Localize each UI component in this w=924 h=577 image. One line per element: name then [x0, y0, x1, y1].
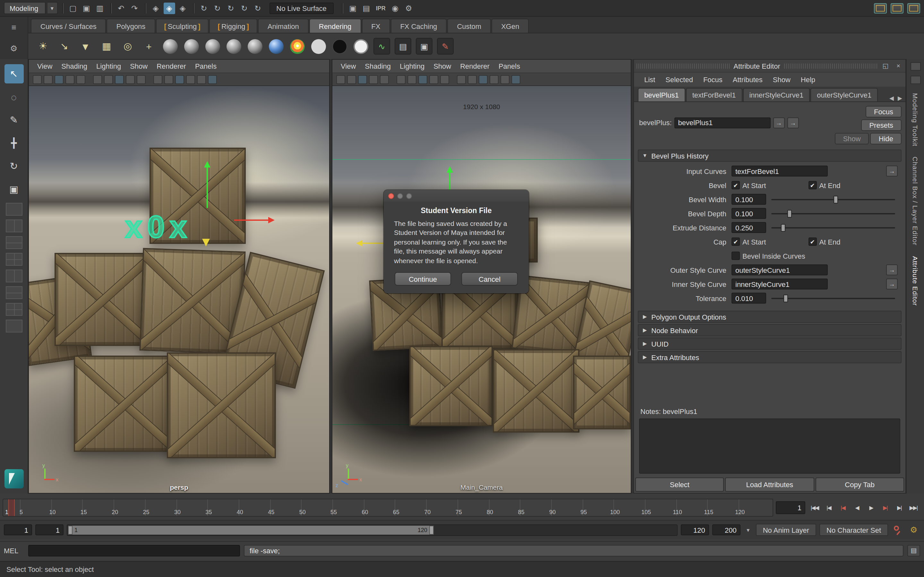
paint-effects-icon[interactable]: ✎ — [437, 38, 454, 55]
viewport-toolbar-icon[interactable] — [186, 75, 195, 84]
viewport-toolbar-icon[interactable] — [358, 75, 367, 84]
cap-at-end-checkbox[interactable]: ✔ — [808, 237, 816, 246]
make-live-icon[interactable]: ↻ — [238, 2, 250, 14]
connection-icon[interactable]: → — [886, 264, 898, 276]
select-tool-icon[interactable]: ↖ — [4, 64, 23, 84]
slider-thumb[interactable] — [787, 210, 792, 217]
paint-select-tool-icon[interactable]: ✎ — [4, 110, 23, 130]
ramp-shader-icon[interactable] — [289, 38, 306, 55]
playback-range-bar[interactable]: 1 120 — [68, 525, 434, 534]
close-window-icon[interactable] — [388, 193, 394, 199]
animation-start-field[interactable]: 1 — [4, 524, 32, 535]
viewport-toolbar-icon[interactable] — [43, 75, 53, 84]
slider-thumb[interactable] — [784, 294, 788, 302]
shelf-tab[interactable]: FX Caching — [390, 19, 447, 33]
transport-button[interactable]: ▶ — [864, 501, 878, 514]
render-view-icon[interactable]: ▣ — [416, 38, 433, 55]
transport-button[interactable]: ◀ — [850, 501, 864, 514]
move-manipulator-x-arrow[interactable] — [234, 219, 271, 221]
bevel-width-slider[interactable] — [771, 195, 895, 204]
viewport-menu-item[interactable]: Renderer — [456, 62, 494, 70]
shelf-tab[interactable]: [ Sculpting ] — [156, 19, 209, 33]
scale-tool-icon[interactable]: ▣ — [4, 180, 23, 199]
standard-surface-icon[interactable] — [162, 38, 179, 55]
viewport-menu-item[interactable]: View — [336, 62, 360, 70]
transport-button[interactable]: ▶| — [879, 501, 892, 514]
range-handle-left[interactable] — [68, 525, 72, 534]
undock-icon[interactable]: ◱ — [881, 62, 890, 69]
panel-header[interactable]: Attribute Editor ◱ × — [634, 60, 905, 73]
script-editor-icon[interactable]: ▤ — [907, 545, 920, 556]
layout-preset-2-button[interactable] — [891, 3, 903, 13]
layout-shortcut-two-horizontal[interactable] — [5, 236, 22, 249]
move-manipulator-y-arrow[interactable] — [207, 164, 208, 208]
shelf-tab[interactable]: FX — [362, 19, 390, 33]
layout-shortcut-split-left[interactable] — [5, 269, 22, 282]
lambert-shader-icon[interactable] — [225, 38, 242, 55]
extrude-distance-slider[interactable] — [771, 223, 895, 232]
construction-history-icon[interactable]: ↻ — [252, 2, 263, 14]
hide-button[interactable]: Hide — [871, 133, 901, 144]
transport-button[interactable]: |◀ — [822, 501, 835, 514]
current-frame-field[interactable]: 1 — [776, 501, 805, 514]
node-name-field[interactable]: bevelPlus1 — [674, 117, 771, 128]
live-surface-field[interactable]: No Live Surface — [269, 2, 334, 14]
layout-shortcut-custom[interactable] — [5, 320, 22, 332]
bevel-at-start-checkbox[interactable]: ✔ — [731, 181, 740, 189]
crate-object[interactable] — [409, 346, 493, 426]
connection-icon[interactable]: → — [773, 117, 785, 128]
render-curve-icon[interactable]: ∿ — [373, 38, 390, 55]
bevel-depth-field[interactable]: 0.100 — [731, 208, 766, 219]
viewport-menu-item[interactable]: Shading — [360, 62, 395, 70]
undo-icon[interactable]: ↶ — [115, 2, 127, 14]
black-surface-icon[interactable] — [331, 38, 348, 55]
ae-node-tab[interactable]: innerStyleCurve1 — [743, 88, 810, 102]
playback-start-field[interactable]: 1 — [35, 524, 64, 535]
viewport-toolbar-icon[interactable] — [197, 75, 206, 84]
close-icon[interactable]: × — [894, 62, 903, 69]
menuset-arrow-button[interactable]: ▾ — [47, 2, 58, 14]
command-line-input[interactable] — [28, 545, 240, 556]
directional-light-icon[interactable]: ↘ — [56, 38, 72, 55]
anisotropic-shader-icon[interactable] — [183, 38, 200, 55]
surface-shader-icon[interactable] — [310, 38, 327, 55]
playhead[interactable] — [8, 499, 15, 516]
shelf-tab[interactable]: Curves / Surfaces — [31, 19, 106, 33]
drag-grip[interactable] — [784, 63, 877, 68]
bevel-inside-curves-checkbox[interactable] — [731, 251, 740, 260]
shelf-tab[interactable]: XGen — [491, 19, 529, 33]
dialog-titlebar[interactable] — [384, 190, 529, 201]
tolerance-slider[interactable] — [771, 293, 895, 303]
ae-menu-item[interactable]: Show — [768, 76, 796, 84]
viewport-toolbar-icon[interactable] — [336, 75, 345, 84]
crate-object[interactable] — [74, 356, 177, 452]
slider-thumb[interactable] — [833, 195, 838, 203]
layout-shortcut-two-vertical[interactable] — [5, 219, 22, 232]
viewport-toolbar-icon[interactable] — [126, 75, 135, 84]
inner-style-curve-field[interactable]: innerStyleCurve1 — [731, 279, 828, 290]
viewport-toolbar-icon[interactable] — [137, 75, 146, 84]
connection-icon[interactable]: → — [886, 279, 898, 290]
ae-node-tab[interactable]: outerStyleCurve1 — [810, 88, 878, 102]
tolerance-field[interactable]: 0.010 — [731, 293, 766, 304]
connection-icon[interactable]: → — [886, 166, 898, 177]
viewport-toolbar-icon[interactable] — [55, 75, 64, 84]
render-layers-icon[interactable]: ▤ — [394, 38, 411, 55]
snap-point-icon[interactable]: ◈ — [177, 2, 188, 14]
viewport-menu-item[interactable]: Shading — [57, 62, 92, 70]
viewport-toolbar-icon[interactable] — [501, 75, 509, 84]
animation-end-field[interactable]: 200 — [712, 524, 740, 535]
viewport-toolbar-icon[interactable] — [347, 75, 356, 84]
viewport-toolbar-icon[interactable] — [440, 75, 449, 84]
cancel-button[interactable]: Cancel — [461, 272, 518, 286]
collapsed-section-header[interactable]: ▶ Polygon Output Options — [638, 311, 901, 323]
animation-preferences-icon[interactable]: ⚙ — [907, 524, 920, 536]
viewport-toolbar-icon[interactable] — [76, 75, 85, 84]
soft-select-icon[interactable]: ↻ — [211, 2, 223, 14]
crate-object[interactable] — [573, 356, 631, 429]
point-light-icon[interactable]: ☀ — [35, 38, 52, 55]
tab-scroll-right-icon[interactable]: ▶ — [896, 95, 904, 102]
zoom-window-icon[interactable] — [406, 193, 412, 199]
render-frame-icon[interactable]: ▣ — [347, 2, 359, 14]
ae-menu-item[interactable]: Focus — [698, 76, 728, 84]
